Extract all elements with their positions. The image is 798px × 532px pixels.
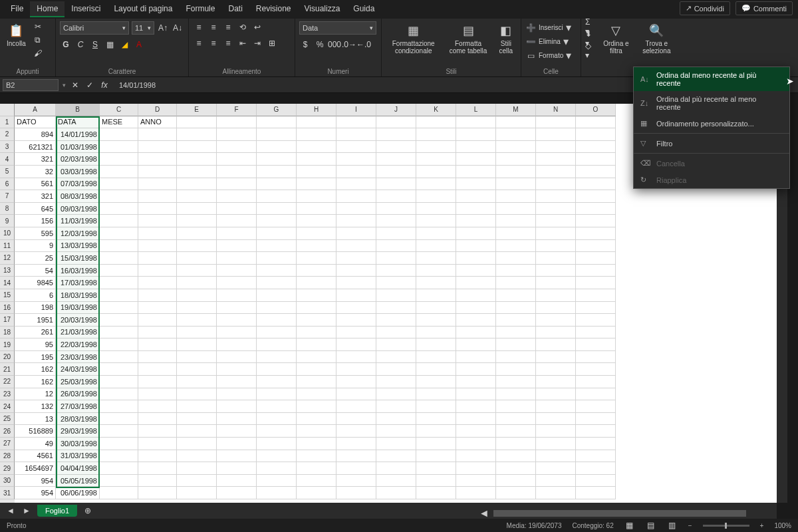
view-layout-icon[interactable]: ▤ [646,520,656,531]
cell[interactable] [456,327,496,339]
column-header[interactable]: A [15,104,56,116]
cell[interactable]: 24/03/1998 [56,363,100,376]
cell[interactable] [257,166,297,178]
cell[interactable]: 17/03/1998 [56,277,100,289]
cell[interactable] [376,128,416,141]
row-header[interactable]: 22 [0,376,15,388]
cell[interactable] [217,116,257,129]
cell[interactable] [336,351,376,364]
cell[interactable] [496,240,536,253]
row-header[interactable]: 10 [0,227,15,240]
cell[interactable] [257,240,297,253]
cell[interactable] [536,450,576,463]
cell[interactable] [456,116,496,129]
cell[interactable] [336,376,376,388]
cell[interactable]: 195 [15,351,56,364]
cell[interactable] [336,190,376,203]
cell[interactable] [336,215,376,227]
cell[interactable] [376,302,416,315]
cell[interactable]: 261 [15,327,56,339]
cell[interactable] [257,116,297,129]
cell[interactable] [217,302,257,315]
row-header[interactable]: 31 [0,487,15,499]
cell[interactable] [257,363,297,376]
cell[interactable] [100,413,138,426]
cell[interactable] [456,215,496,227]
cell[interactable] [536,166,576,178]
cell[interactable] [297,487,336,499]
cell[interactable] [177,128,217,141]
cell[interactable]: 1951 [15,314,56,327]
cell[interactable] [576,487,616,499]
cell[interactable] [496,277,536,289]
cell[interactable] [138,388,177,401]
cell[interactable]: 25/03/1998 [56,376,100,388]
align-center-icon[interactable]: ≡ [207,37,219,49]
tab-layout di pagina[interactable]: Layout di pagina [107,1,179,17]
cell[interactable] [576,141,616,154]
row-header[interactable]: 24 [0,400,15,413]
row-header[interactable]: 8 [0,203,15,215]
align-left-icon[interactable]: ≡ [193,37,205,49]
cell[interactable] [416,314,456,327]
cell[interactable]: 05/05/1998 [56,475,100,487]
cell[interactable] [496,178,536,191]
cell[interactable] [177,240,217,253]
cell[interactable] [138,141,177,154]
number-format-combo[interactable]: Data [299,21,376,35]
cell[interactable] [416,252,456,265]
cell[interactable] [100,425,138,438]
name-box[interactable]: B2 [3,79,59,91]
tab-revisione[interactable]: Revisione [249,1,298,17]
cell[interactable] [416,475,456,487]
cell[interactable] [536,215,576,227]
cell[interactable] [100,203,138,215]
cell[interactable] [496,252,536,265]
cell[interactable] [576,388,616,401]
cell[interactable] [496,116,536,129]
cell[interactable] [376,215,416,227]
cell[interactable] [536,425,576,438]
cell[interactable] [177,413,217,426]
format-as-table-button[interactable]: ▤Formatta come tabella [445,21,491,56]
cell[interactable] [297,363,336,376]
cell[interactable] [376,338,416,351]
borders-button[interactable]: ▦ [104,39,116,51]
cell[interactable] [138,128,177,141]
cell[interactable] [297,438,336,450]
cell[interactable] [536,438,576,450]
font-name-combo[interactable]: Calibri [60,21,129,35]
view-normal-icon[interactable]: ▦ [624,520,635,531]
cell[interactable] [536,400,576,413]
cell[interactable] [376,141,416,154]
cell[interactable] [456,252,496,265]
cell[interactable] [576,462,616,475]
cell[interactable] [576,376,616,388]
cell[interactable] [297,338,336,351]
cell[interactable] [257,327,297,339]
cell[interactable] [376,116,416,129]
column-header[interactable]: K [416,104,456,116]
cell[interactable] [576,227,616,240]
cell[interactable]: 01/03/1998 [56,141,100,154]
cell[interactable] [416,363,456,376]
cell[interactable]: 03/03/1998 [56,166,100,178]
cell[interactable] [217,153,257,166]
cell[interactable] [177,475,217,487]
cell[interactable] [336,388,376,401]
tab-guida[interactable]: Guida [346,1,381,17]
cell[interactable] [297,116,336,129]
cell[interactable] [100,289,138,302]
cell[interactable] [536,128,576,141]
cell[interactable] [297,462,336,475]
row-header[interactable]: 15 [0,289,15,302]
cell[interactable]: 954 [15,487,56,499]
wrap-text-icon[interactable]: ↩ [251,21,263,33]
cell[interactable]: 13/03/1998 [56,240,100,253]
cell[interactable]: 11/03/1998 [56,215,100,227]
align-bottom-icon[interactable]: ≡ [222,21,234,33]
cell[interactable] [217,376,257,388]
cell[interactable] [536,178,576,191]
cell[interactable] [536,351,576,364]
cell[interactable] [297,203,336,215]
